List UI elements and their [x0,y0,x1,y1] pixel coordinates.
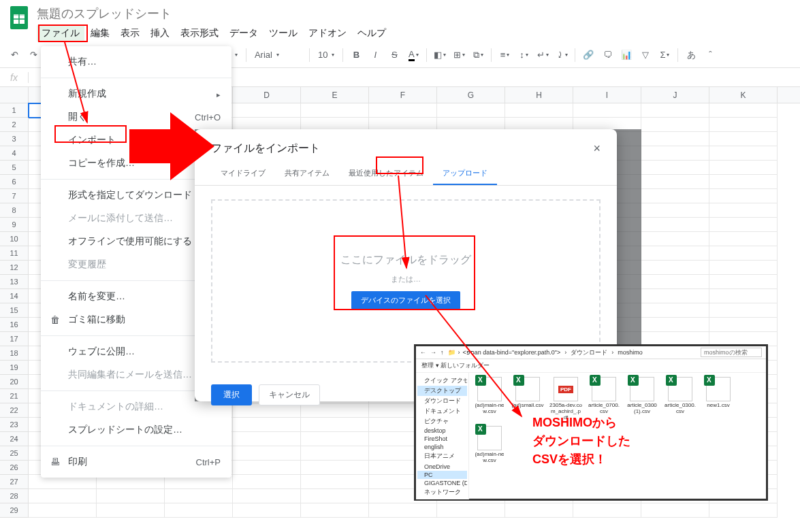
font-size-select[interactable]: 10 [314,50,338,60]
input-tools-button[interactable]: あ [682,46,700,64]
upload-dropzone[interactable]: ここにファイルをドラッグ または… デバイスのファイルを選択 [211,199,601,363]
explorer-sidebar-item[interactable]: english [417,443,467,451]
row-header[interactable]: 29 [0,503,29,518]
column-header[interactable]: H [505,87,573,103]
cell[interactable] [641,161,709,175]
cell[interactable] [709,189,778,203]
row-header[interactable]: 26 [0,461,29,475]
explorer-sidebar-item[interactable]: PC [417,471,467,479]
cell[interactable] [709,232,778,246]
cell[interactable] [505,103,573,118]
cell[interactable] [301,461,369,475]
cell[interactable] [437,103,505,118]
nav-back-icon[interactable]: ← [420,349,426,356]
row-header[interactable]: 2 [0,118,29,132]
cell[interactable] [233,446,301,461]
link-button[interactable]: 🔗 [579,46,597,64]
cell[interactable] [369,503,437,518]
cell[interactable] [301,418,369,432]
cell[interactable] [641,189,709,203]
cell[interactable] [641,146,709,161]
halign-button[interactable]: ≡ [496,46,513,64]
row-header[interactable]: 25 [0,446,29,461]
menu-insert[interactable]: 挿入 [146,24,174,42]
cell[interactable] [709,303,778,318]
wrap-button[interactable]: ↵ [534,46,551,64]
tab-recent[interactable]: 最近使用したアイテム [339,163,433,185]
explorer-sidebar-item[interactable]: ダウンロード [417,396,467,406]
valign-button[interactable]: ↕ [515,46,532,64]
cell[interactable] [301,489,369,503]
cell[interactable] [165,503,233,518]
explorer-sidebar-item[interactable]: GIGASTONE (D:) [417,479,467,487]
cell[interactable] [709,246,778,261]
cell[interactable] [233,475,301,489]
cell[interactable] [709,203,778,218]
explorer-sidebar-item[interactable]: 日本アニメ [417,451,467,461]
menu-help[interactable]: ヘルプ [353,24,391,42]
cell[interactable] [641,175,709,189]
explorer-file-item[interactable]: new1.csv [702,377,735,420]
menu-new[interactable]: 新規作成 [41,82,231,105]
cell[interactable] [301,446,369,461]
column-header[interactable]: G [437,87,505,103]
select-all-corner[interactable] [0,87,29,103]
explorer-sidebar-item[interactable]: FireShot [417,435,467,443]
cell[interactable] [437,503,505,518]
row-header[interactable]: 1 [0,103,29,118]
cell[interactable] [641,303,709,318]
row-header[interactable]: 20 [0,375,29,389]
explorer-toolbar[interactable]: 整理 ▾ 新しいフォルダー [416,359,766,373]
menu-addons[interactable]: アドオン [304,24,351,42]
cell[interactable] [641,103,709,118]
explorer-sidebar-item[interactable]: OneDrive [417,463,467,471]
cell[interactable] [709,161,778,175]
cell[interactable] [641,218,709,232]
explorer-file-item[interactable]: article_0300 (1).csv [626,377,658,420]
dialog-cancel-button[interactable]: キャンセル [259,384,320,405]
cell[interactable] [709,218,778,232]
explorer-file-item[interactable]: (ad)main-new.csv [473,426,506,464]
column-header[interactable]: K [709,87,778,103]
explorer-search[interactable] [701,348,762,357]
menu-file[interactable]: ファイル [37,24,84,42]
strike-button[interactable]: S [385,46,403,64]
nav-fwd-icon[interactable]: → [430,349,436,356]
borders-button[interactable]: ⊞ [450,46,468,64]
cell[interactable] [709,103,778,118]
row-header[interactable]: 18 [0,346,29,361]
dialog-close-button[interactable]: × [593,142,601,156]
rotate-button[interactable]: ⤸ [553,46,571,64]
dialog-select-button[interactable]: 選択 [211,384,252,405]
row-header[interactable]: 17 [0,332,29,346]
column-header[interactable]: E [301,87,369,103]
cell[interactable] [709,261,778,275]
explorer-sidebar-item[interactable]: ピクチャ [417,416,467,427]
cell[interactable] [641,118,709,132]
cell[interactable] [709,146,778,161]
column-header[interactable]: D [233,87,301,103]
menu-edit[interactable]: 編集 [86,24,114,42]
row-header[interactable]: 6 [0,175,29,189]
cell[interactable] [233,103,301,118]
cell[interactable] [29,503,97,518]
row-header[interactable]: 11 [0,246,29,261]
cell[interactable] [573,503,641,518]
cell[interactable] [97,503,165,518]
cell[interactable] [369,103,437,118]
cell[interactable] [301,103,369,118]
menu-share[interactable]: 共有… [41,50,231,73]
cell[interactable] [641,503,709,518]
fill-color-button[interactable]: ◧ [431,46,449,64]
expand-button[interactable]: ˆ [701,46,719,64]
row-header[interactable]: 27 [0,475,29,489]
menu-view[interactable]: 表示 [116,24,144,42]
doc-title[interactable]: 無題のスプレッドシート [37,4,795,23]
cell[interactable] [97,489,165,503]
row-header[interactable]: 7 [0,189,29,203]
row-header[interactable]: 3 [0,132,29,146]
cell[interactable] [641,246,709,261]
row-header[interactable]: 8 [0,203,29,218]
row-header[interactable]: 15 [0,303,29,318]
filter-button[interactable]: ▽ [637,46,654,64]
